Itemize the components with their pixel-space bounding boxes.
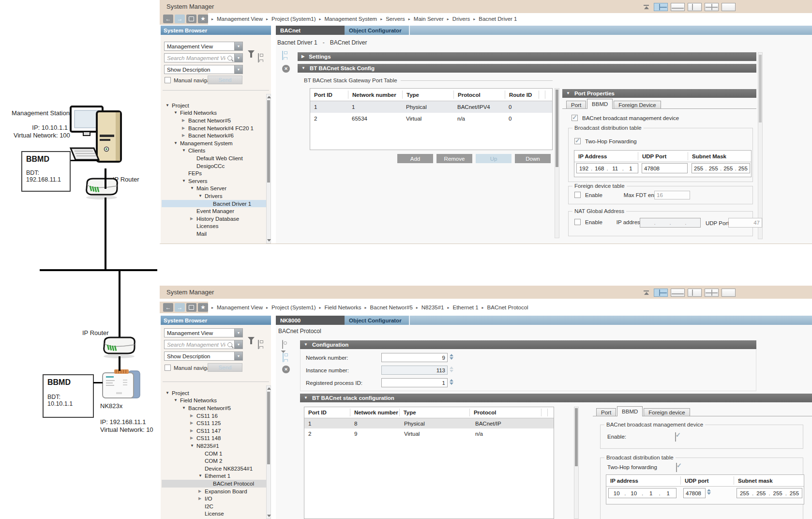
tree-item-cs11-125[interactable]: ▶CS11 125 (162, 419, 266, 427)
cancel-icon[interactable]: ✕ (282, 366, 290, 373)
expanded-icon[interactable]: ▼ (165, 104, 172, 107)
chevron-down-icon[interactable]: ▼ (234, 65, 242, 74)
down-button[interactable]: Down (515, 154, 551, 163)
collapsed-icon[interactable]: ▶ (182, 119, 188, 122)
breadcrumb-item-project-system1[interactable]: Project (System1) (271, 305, 316, 310)
tree-item-history-database[interactable]: ▶History Database (162, 215, 266, 223)
expanded-icon[interactable]: ▼ (182, 149, 188, 153)
column-header[interactable]: IP Address (574, 153, 638, 159)
column-header-route-id[interactable]: Route ID (505, 91, 539, 99)
bbmd-enable-checkbox[interactable] (571, 115, 578, 121)
layout-grid-icon[interactable] (654, 3, 668, 11)
expanded-icon[interactable]: ▼ (165, 391, 172, 395)
bdt-subnet-input[interactable]: 255.255.255.255 (692, 163, 750, 173)
tree-item-device-nk82354-1[interactable]: Device NK82354#1 (162, 465, 266, 473)
remove-button[interactable]: Remove (436, 154, 472, 163)
recent-views-button[interactable] (186, 15, 196, 23)
expanded-icon[interactable]: ▼ (174, 141, 180, 145)
collapsed-icon[interactable]: ▶ (190, 436, 196, 440)
chevron-down-icon[interactable]: ▼ (234, 329, 242, 337)
scroll-up-icon[interactable] (267, 96, 271, 98)
scrollbar-thumb[interactable] (267, 100, 270, 183)
tab-foreign-device[interactable]: Foreign Device (614, 101, 661, 109)
instance-number-input[interactable]: 113 (381, 366, 448, 375)
breadcrumb-item-ethernet-1[interactable]: Ethernet 1 (453, 305, 479, 310)
tree-item-i2c[interactable]: I2C (162, 503, 266, 510)
panel-scrollbar[interactable] (758, 52, 763, 239)
table-row[interactable]: 18PhysicalBACnet/IP (304, 418, 554, 428)
expanded-icon[interactable]: ▼ (182, 179, 188, 183)
tab-port[interactable]: Port (566, 101, 586, 109)
tree-item-main-server[interactable]: ▼Main Server (162, 185, 266, 193)
expanded-icon[interactable]: ▼ (198, 474, 205, 478)
expanded-icon[interactable]: ▼ (190, 444, 196, 448)
spinner-icon[interactable] (707, 489, 711, 495)
scrollbar-thumb[interactable] (556, 90, 558, 167)
tree-item-drivers[interactable]: ▼Drivers (162, 192, 266, 200)
scroll-down-icon[interactable] (267, 239, 271, 242)
favorites-button[interactable]: ★ (198, 15, 208, 23)
manual-navigation-checkbox[interactable] (165, 77, 171, 83)
column-header[interactable]: Subnet mask (734, 476, 801, 484)
expanded-icon[interactable]: ▼ (174, 398, 180, 402)
expanded-icon[interactable]: ▼ (198, 194, 205, 198)
scrollbar-thumb[interactable] (267, 392, 270, 464)
bbmd-enable-checkbox[interactable] (675, 432, 676, 442)
column-header-network-number[interactable]: Network number (350, 409, 399, 416)
breadcrumb-item-bacnet-protocol[interactable]: BACnet Protocol (487, 305, 528, 310)
layout-single-icon[interactable] (722, 3, 736, 11)
expanded-icon[interactable]: ▼ (182, 406, 188, 410)
scrollbar-thumb[interactable] (759, 55, 762, 122)
tree-item-mail[interactable]: Mail (162, 230, 266, 238)
breadcrumb-item-project-system1[interactable]: Project (System1) (271, 16, 316, 22)
expanded-icon[interactable]: ▼ (190, 186, 196, 190)
tree-item-field-networks[interactable]: ▼Field Networks (162, 109, 266, 117)
save-icon[interactable] (283, 353, 284, 362)
port-properties-header[interactable]: ▼ Port Properties (562, 89, 756, 98)
tree-item-feps[interactable]: FEPs (162, 169, 266, 177)
bdt-udp-input[interactable]: 47808 (683, 488, 706, 498)
view-selector[interactable]: Management View ▼ (164, 42, 243, 51)
collapsed-icon[interactable]: ▶ (182, 134, 188, 137)
table-row[interactable]: 29Virtualn/a (304, 428, 554, 439)
column-header-port-id[interactable]: Port ID (304, 410, 350, 415)
tree-item-bacnet-protocol[interactable]: BACnet Protocol (162, 480, 266, 488)
cancel-icon[interactable]: ✕ (282, 65, 290, 73)
search-dropdown-icon[interactable]: ▼ (234, 54, 242, 62)
tab-object-configurator[interactable]: Object Configurator (345, 26, 410, 35)
twohop-checkbox[interactable] (676, 463, 677, 472)
tree-item-cs11-147[interactable]: ▶CS11 147 (162, 427, 266, 435)
content-scrollbar[interactable] (555, 88, 559, 238)
layout-quad-icon[interactable] (705, 3, 719, 11)
tree-item-event-manager[interactable]: Event Manager (162, 207, 266, 215)
layout-left-pane-icon[interactable] (688, 3, 702, 11)
breadcrumb-item-drivers[interactable]: Drivers (452, 16, 470, 22)
back-button[interactable]: ← (163, 15, 173, 23)
collapsed-icon[interactable]: ▶ (198, 497, 205, 501)
column-header-protocol[interactable]: Protocol (453, 91, 505, 99)
tree-item-project[interactable]: ▼Project (162, 389, 266, 397)
collapsed-icon[interactable]: ▶ (190, 421, 196, 425)
tree-item-servers[interactable]: ▼Servers (162, 177, 266, 185)
bdt-subnet-input[interactable]: 255.255.255.255 (737, 488, 802, 498)
tree-item-bacnet-networ-5[interactable]: ▼Bacnet Networ#5 (162, 404, 266, 412)
layout-quad-icon[interactable] (705, 289, 719, 297)
tree-item-management-system[interactable]: ▼Management System (162, 139, 266, 147)
tree-item-n8235-1[interactable]: ▼N8235#1 (162, 442, 266, 450)
tree-scrollbar[interactable] (266, 385, 271, 519)
column-header[interactable]: Subnet Mask (688, 152, 748, 160)
search-input[interactable]: Search Management View ▼ (164, 53, 243, 62)
table-row[interactable]: 11PhysicalBACnet/IPV40 (310, 101, 552, 113)
collapsed-icon[interactable]: ▶ (190, 429, 196, 433)
collapse-panel-icon[interactable] (644, 290, 649, 295)
tab-nk8000[interactable]: NK8000 (276, 316, 345, 325)
tree-item-i-o[interactable]: ▶I/O (162, 495, 266, 503)
breadcrumb-item-servers[interactable]: Servers (386, 16, 405, 22)
column-header-network-number[interactable]: Network number (348, 91, 402, 99)
layout-grid-icon[interactable] (654, 289, 668, 297)
breadcrumb-item-n8235-1[interactable]: N8235#1 (421, 305, 444, 310)
bdt-ip-input[interactable]: 192.168.11.1 (576, 163, 638, 173)
twohop-checkbox[interactable] (574, 138, 581, 144)
column-header[interactable]: UDP port (680, 476, 734, 484)
stack-config-section-header[interactable]: ▼ BT BACnet stack configuration (300, 394, 812, 402)
